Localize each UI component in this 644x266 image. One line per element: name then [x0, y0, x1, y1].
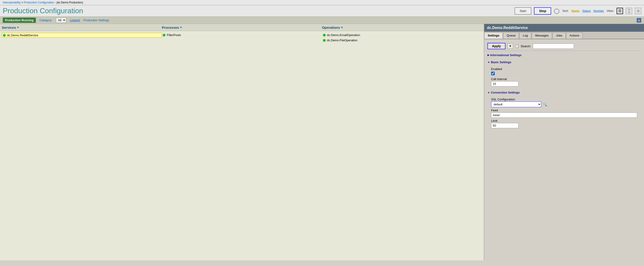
enabled-checkbox[interactable]: [491, 72, 495, 75]
processes-list: FilterPosts: [162, 33, 322, 42]
process-name: FilterPosts: [167, 33, 181, 37]
stop-button[interactable]: Stop: [534, 7, 551, 14]
view-list-button[interactable]: ☰: [616, 8, 623, 14]
apply-dropdown-arrow[interactable]: ▼: [507, 43, 513, 49]
basic-section-label: Basic Settings: [491, 60, 512, 64]
sort-by-number[interactable]: Number: [593, 9, 604, 12]
left-panel: Services + Processes + Operations + dc.D…: [0, 24, 484, 260]
ssl-select[interactable]: default: [491, 102, 541, 107]
connection-section-label: Connection Settings: [491, 91, 520, 94]
connection-section-body: SSL Configuration default 🔍 Feed Limit: [488, 95, 641, 130]
connection-arrow-icon: ▼: [488, 91, 490, 94]
ssl-label: SSL Configuration: [491, 98, 637, 101]
right-panel: dc.Demo.RedditService Settings Queue Log…: [484, 24, 644, 260]
operation-status-dot-1: [323, 34, 326, 36]
operations-list: dc.Demo.EmailOperation dc.Demo.FileOpera…: [322, 33, 482, 42]
ssl-search-icon[interactable]: 🔍: [543, 102, 547, 106]
start-button[interactable]: Start: [514, 7, 532, 14]
ssl-row: default 🔍: [491, 102, 637, 107]
search-label: Search:: [521, 44, 531, 48]
production-settings-link[interactable]: Production Settings: [84, 18, 109, 22]
basic-section-header[interactable]: ▼ Basic Settings: [488, 60, 641, 64]
operations-column-header: Operations +: [322, 25, 482, 30]
process-item[interactable]: FilterPosts: [162, 33, 322, 37]
tab-jobs[interactable]: Jobs: [552, 32, 566, 39]
service-item[interactable]: dc.Demo.RedditService: [2, 33, 162, 38]
call-interval-input[interactable]: [491, 81, 518, 86]
breadcrumb-production-name: (dc.Demo.Production): [56, 1, 83, 4]
call-interval-label: Call Interval: [491, 77, 637, 81]
informational-arrow-icon: ▶: [488, 54, 489, 56]
informational-section-label: Informational Settings: [490, 54, 522, 57]
limit-input[interactable]: [491, 123, 518, 128]
add-operation-button[interactable]: +: [341, 25, 343, 30]
search-input[interactable]: [533, 44, 574, 49]
apply-toolbar: Apply ▼ 📋 Search:: [488, 42, 641, 51]
basic-arrow-icon: ▼: [488, 61, 490, 64]
services-list: dc.Demo.RedditService: [2, 33, 162, 42]
basic-section-body: Enabled Call Interval: [488, 64, 641, 88]
tab-log[interactable]: Log: [520, 32, 531, 39]
sort-label: Sort:: [562, 9, 568, 12]
processes-label: Processes: [162, 26, 179, 30]
operation-item-2[interactable]: dc.Demo.FileOperation: [322, 38, 482, 42]
spinner-icon: ◯: [554, 8, 560, 14]
service-status-dot: [3, 34, 6, 37]
copy-icon[interactable]: 📋: [515, 44, 519, 48]
enabled-label: Enabled: [491, 67, 637, 71]
category-label: Category:: [40, 18, 52, 22]
header: Production Configuration Start Stop ◯ So…: [0, 5, 644, 17]
informational-section: ▶ Informational Settings: [488, 53, 641, 58]
services-label: Services: [2, 26, 16, 30]
informational-section-header[interactable]: ▶ Informational Settings: [488, 53, 641, 58]
breadcrumb-production-config[interactable]: Production Configuration: [24, 1, 54, 4]
sort-by-name[interactable]: Name: [572, 9, 580, 12]
breadcrumb-interoperability[interactable]: Interoperability: [3, 1, 21, 4]
page-title: Production Configuration: [3, 6, 512, 15]
service-name: dc.Demo.RedditService: [7, 34, 38, 37]
sort-by-status[interactable]: Status: [582, 9, 590, 12]
category-select[interactable]: All: [56, 18, 66, 23]
columns-header: Services + Processes + Operations +: [0, 24, 484, 31]
right-panel-title: dc.Demo.RedditService: [484, 24, 644, 32]
header-right: ◯ Sort: Name Status Number View: ☰ ⁝⁝⁝⁝⁝…: [554, 8, 641, 14]
feed-label: Feed: [491, 108, 637, 112]
view-grid-button[interactable]: ⁝⁝⁝⁝⁝⁝: [626, 8, 632, 14]
add-service-button[interactable]: +: [17, 25, 19, 30]
add-process-button[interactable]: +: [180, 25, 182, 30]
tab-settings[interactable]: Settings: [484, 32, 503, 39]
tab-messages[interactable]: Messages: [532, 32, 552, 39]
process-status-dot: [163, 34, 166, 36]
columns-body: dc.Demo.RedditService FilterPosts dc.Dem…: [0, 31, 484, 44]
legend-link[interactable]: Legend: [70, 18, 80, 22]
operation-name-2: dc.Demo.FileOperation: [327, 38, 358, 42]
operations-label: Operations: [322, 26, 340, 30]
settings-content: Apply ▼ 📋 Search: ▶ Informational Settin…: [484, 39, 644, 260]
services-column-header: Services +: [2, 25, 162, 30]
feed-input[interactable]: [491, 112, 637, 118]
operation-name-1: dc.Demo.EmailOperation: [327, 33, 360, 37]
connection-section: ▼ Connection Settings SSL Configuration …: [488, 90, 641, 130]
sub-header: Production Running Category: All Legend …: [0, 17, 644, 24]
processes-column-header: Processes +: [162, 25, 322, 30]
view-split-button[interactable]: ◫: [635, 8, 641, 14]
tab-actions[interactable]: Actions: [566, 32, 583, 39]
operation-status-dot-2: [323, 39, 326, 42]
tab-queue[interactable]: Queue: [503, 32, 519, 39]
connection-section-header[interactable]: ▼ Connection Settings: [488, 90, 641, 95]
view-label: View:: [606, 9, 614, 12]
basic-section: ▼ Basic Settings Enabled Call Interval: [488, 60, 641, 88]
operation-item-1[interactable]: dc.Demo.EmailOperation: [322, 33, 482, 37]
apply-button[interactable]: Apply: [488, 43, 506, 49]
expand-button[interactable]: »: [637, 18, 641, 22]
production-running-button[interactable]: Production Running: [3, 18, 36, 23]
breadcrumb: Interoperability > Production Configurat…: [0, 0, 644, 5]
tabs-bar: Settings Queue Log Messages Jobs Actions: [484, 32, 644, 39]
limit-label: Limit: [491, 119, 637, 122]
main-layout: Services + Processes + Operations + dc.D…: [0, 24, 644, 260]
